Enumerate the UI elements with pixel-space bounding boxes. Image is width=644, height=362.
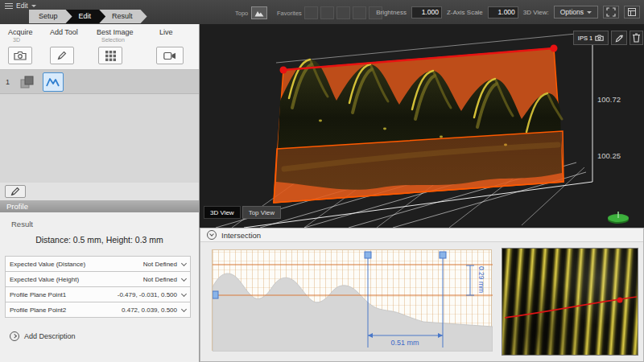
pencil-icon [10,187,20,196]
collapse-circle-icon [207,230,217,240]
intersection-profile-chart[interactable]: 0.51 mm 0.29 mm [212,249,492,351]
delete-capture-button[interactable] [630,31,643,45]
chevron-down-icon [31,5,36,7]
dataset-thumbnail[interactable] [18,73,37,91]
fit-view-button[interactable] [603,6,619,19]
chevron-down-icon [181,260,187,265]
acquire-sublabel: 3D [13,37,20,43]
list-item[interactable]: 1 [0,70,199,94]
result-section: Result Distance: 0.5 mm, Height: 0.3 mm … [0,212,199,362]
row-expected-height[interactable]: Expected Value (Height) Not Defined [5,271,191,287]
brightness-label: Brightness [376,9,407,16]
trash-icon [632,33,641,43]
camera-icon [595,35,604,41]
view-mode-switch: 3D View Top View [204,206,281,219]
profile-point-marker [617,298,623,303]
mode-tabs: Setup Edit Result [29,10,147,23]
best-image-label: Best Image [97,28,134,36]
camera-preview-overlay [502,249,639,356]
profile-curve-icon [46,76,60,88]
favorite-slot-2-button[interactable] [320,6,334,19]
add-description-button[interactable]: Add Description [10,331,76,341]
view-settings-group: Brightness 1.000 Z-Axis Scale 1.000 3D V… [376,6,640,19]
edit-tool-button[interactable] [5,185,26,198]
topo-view-button[interactable] [251,6,267,19]
live-label: Live [159,28,173,36]
profile-section-header: Profile [0,200,199,212]
topo-label: Topo [235,10,248,17]
intersection-camera-preview [502,248,638,356]
view-layout-button[interactable] [624,6,640,19]
cursor-handle-left[interactable] [365,252,371,258]
acquire-label: Acquire [8,28,33,36]
tab-setup[interactable]: Setup [29,10,72,23]
measurement-list: 1 [0,70,199,183]
orientation-compass[interactable] [604,209,633,225]
favorite-slot-1-button[interactable] [304,6,318,19]
maximize-icon [606,7,616,17]
video-camera-icon [163,51,176,60]
row-expected-distance[interactable]: Expected Value (Distance) Not Defined [5,256,191,272]
profile-line-handle-left[interactable] [280,67,287,74]
layers-icon [20,76,35,88]
favorites-label: Favorites [277,10,302,17]
z-axis-scale-input[interactable]: 1.000 [488,6,518,19]
result-rows: Expected Value (Distance) Not Defined Ex… [5,256,191,318]
brightness-input[interactable]: 1.000 [411,6,442,19]
profile-line-handle-right[interactable] [551,45,558,52]
edit-menu-label: Edit [16,2,28,10]
row-plane-point1[interactable]: Profile Plane Point1 -0.479, -0.031, 0.5… [5,286,191,302]
3d-scene [200,24,644,228]
width-measurement-label: 0.51 mm [390,339,419,347]
chevron-down-icon [181,306,187,311]
top-menubar: Edit Setup Edit Result Topo Favorites Br… [0,0,644,24]
favorites-group: Favorites [277,6,382,19]
acquire-3d-button[interactable] [8,47,32,64]
layers-icon [627,7,637,17]
view-3d-label: 3D View: [523,9,549,16]
chevron-down-icon [587,11,592,14]
tab-result[interactable]: Result [99,10,147,23]
ips-camera-button[interactable]: IPS 1 [573,31,609,45]
profile-plot: 0.51 mm 0.29 mm [213,250,493,352]
left-tool-panel: Acquire 3D Add Tool Best Image Selection… [0,24,200,362]
pencil-plus-icon [615,34,624,43]
add-tool-label: Add Tool [50,28,78,36]
grid-icon [105,51,116,61]
list-item-number: 1 [6,78,12,86]
add-tool-button[interactable] [50,47,74,64]
3d-view-button[interactable]: 3D View [204,206,241,219]
acquire-toolbar: Acquire 3D Add Tool Best Image Selection… [0,24,199,70]
edit-capture-button[interactable] [611,31,627,45]
result-label: Result [11,220,33,228]
z-axis-scale-label: Z-Axis Scale [447,9,483,16]
favorite-slot-4-button[interactable] [353,6,366,19]
3d-viewport[interactable]: IPS 1 100.72 100.25 3D View Top View [200,24,644,228]
live-view-button[interactable] [156,47,184,64]
height-measurement-label: 0.29 mm [477,266,485,293]
intersection-title: Intersection [221,231,261,240]
best-image-sublabel: Selection [101,37,125,43]
profile-line-overlay [505,297,637,318]
reference-line-handle[interactable] [213,291,218,298]
pencil-icon [57,51,67,60]
top-view-button[interactable]: Top View [242,206,281,219]
z-axis-tick-lower: 100.25 [597,151,621,160]
expand-circle-icon [10,331,19,341]
intersection-header[interactable]: Intersection [200,228,643,242]
row-plane-point2[interactable]: Profile Plane Point2 0.472, 0.039, 0.500 [5,302,191,318]
hamburger-icon [5,2,13,10]
profile-area [213,274,493,352]
chevron-down-icon [181,275,187,281]
camera-icon [14,51,27,60]
favorite-slot-3-button[interactable] [336,6,350,19]
result-summary: Distance: 0.5 mm, Height: 0.3 mm [0,235,199,245]
3d-view-options-button[interactable]: Options [554,6,598,19]
cursor-handle-right[interactable] [440,252,446,258]
z-axis-tick-upper: 100.72 [597,95,621,104]
chevron-down-icon [181,290,187,296]
profile-tool-tile-selected[interactable] [43,72,64,92]
best-image-selection-button[interactable] [98,47,122,64]
topo-group: Topo [235,6,267,19]
mountain-icon [254,10,264,17]
